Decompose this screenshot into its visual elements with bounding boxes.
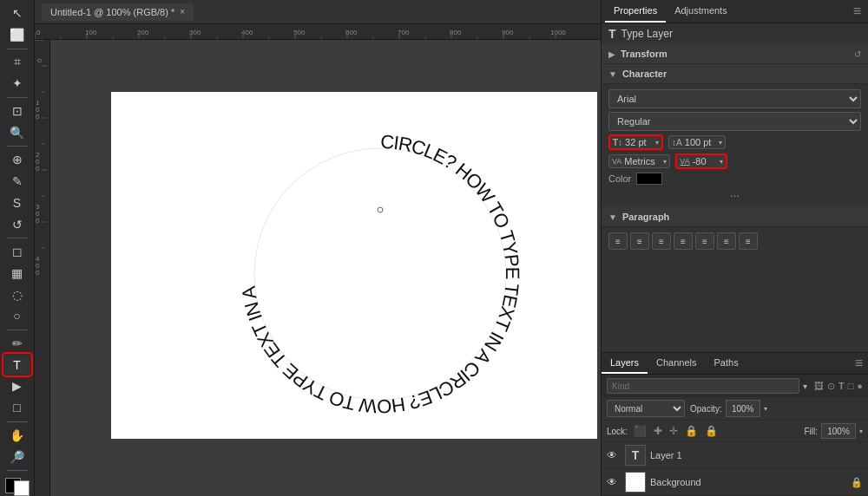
justify-left-button[interactable]: ≡ (674, 232, 693, 250)
tool-separator-7 (7, 470, 28, 471)
layers-lock-row: Lock: ⬛ ✚ ✛ 🔒 🔒 Fill: ▾ (602, 421, 868, 442)
document-tab-label: Untitled-1 @ 100% (RGB/8) * (50, 7, 174, 17)
lock-image-pixels-button[interactable]: ✚ (653, 424, 663, 438)
justify-right-button[interactable]: ≡ (717, 232, 736, 250)
font-style-select[interactable]: Regular (608, 112, 861, 131)
character-arrow: ▼ (608, 69, 617, 79)
canvas-wrapper: 0 1 0 0 2 0 0 3 0 0 4 0 0 (35, 40, 601, 496)
svg-text:0: 0 (36, 217, 40, 225)
color-swatch[interactable] (636, 173, 662, 185)
hand-tool[interactable]: ✋ (4, 425, 30, 445)
layers-panel: Layers Channels Paths ≡ ▾ 🖼 ⊙ T □ ● Norm… (602, 352, 868, 496)
filter-type-icon[interactable]: T (838, 381, 845, 392)
background-visibility-toggle[interactable]: 👁 (607, 476, 621, 488)
history-brush-tool[interactable]: ↺ (4, 214, 30, 234)
tracking-group: VA Metrics ▾ (608, 154, 670, 168)
transform-title: Transform (621, 49, 854, 59)
tracking-dropdown-arrow[interactable]: ▾ (663, 158, 667, 166)
type-tool[interactable]: T (4, 355, 30, 375)
blend-mode-select[interactable]: Normal (607, 400, 685, 417)
leading-dropdown-arrow[interactable]: ▾ (719, 139, 722, 147)
svg-rect-0 (35, 24, 601, 40)
crop-tool[interactable]: ⊡ (4, 101, 30, 121)
svg-text:0: 0 (36, 113, 40, 121)
character-section-header[interactable]: ▼ Character (602, 64, 868, 84)
zoom-tool[interactable]: 🔎 (4, 447, 30, 467)
adjustments-tab[interactable]: Adjustments (666, 0, 736, 23)
layer1-thumbnail: T (625, 445, 646, 466)
justify-center-button[interactable]: ≡ (695, 232, 714, 250)
artboard-tool[interactable]: ⬜ (4, 25, 30, 45)
eyedropper-tool[interactable]: 🔍 (4, 122, 30, 142)
lock-position-button[interactable]: ✛ (668, 424, 679, 438)
close-tab-button[interactable]: × (180, 7, 185, 16)
document-tab[interactable]: Untitled-1 @ 100% (RGB/8) * × (42, 3, 194, 21)
pen-tool[interactable]: ✏ (4, 334, 30, 354)
healing-tool[interactable]: ⊕ (4, 150, 30, 170)
paragraph-section-header[interactable]: ▼ Paragraph (602, 207, 868, 227)
svg-text:300: 300 (189, 29, 201, 36)
opacity-input[interactable] (726, 400, 760, 417)
opacity-dropdown-arrow[interactable]: ▾ (764, 405, 767, 413)
lock-artboards-button[interactable]: 🔒 (684, 424, 699, 438)
blur-tool[interactable]: ◌ (4, 284, 30, 304)
move-tool[interactable]: ↖ (4, 3, 30, 23)
brush-tool[interactable]: ✎ (4, 172, 30, 192)
layers-panel-menu-button[interactable]: ≡ (850, 354, 868, 373)
justify-all-button[interactable]: ≡ (739, 232, 758, 250)
align-left-button[interactable]: ≡ (608, 232, 628, 250)
lock-transparent-pixels-button[interactable]: ⬛ (633, 424, 648, 438)
align-right-button[interactable]: ≡ (652, 232, 671, 250)
foreground-background-colors[interactable] (5, 478, 30, 496)
tool-separator-3 (7, 146, 28, 147)
fill-input[interactable] (821, 423, 856, 439)
layer-item-layer1[interactable]: 👁 T Layer 1 (602, 442, 868, 469)
rectangle-tool[interactable]: □ (4, 398, 30, 418)
layers-search-row: ▾ 🖼 ⊙ T □ ● (602, 375, 868, 397)
filter-shape-icon[interactable]: □ (848, 381, 854, 392)
lock-all-button[interactable]: 🔒 (704, 424, 719, 438)
panel-collapse-button[interactable]: ≡ (850, 0, 865, 23)
lasso-tool[interactable]: ⌗ (4, 52, 30, 72)
more-options[interactable]: ··· (608, 188, 861, 202)
background-color[interactable] (14, 480, 30, 496)
kerning-dropdown-arrow[interactable]: ▾ (720, 158, 723, 166)
clone-stamp-tool[interactable]: S (4, 193, 30, 212)
filter-adjust-icon[interactable]: ⊙ (827, 381, 835, 392)
layer1-visibility-toggle[interactable]: 👁 (607, 449, 621, 461)
svg-text:900: 900 (502, 29, 514, 36)
magic-wand-tool[interactable]: ✦ (4, 74, 30, 94)
path-selection-tool[interactable]: ▶ (4, 376, 30, 396)
svg-text:100: 100 (85, 29, 97, 36)
transform-reset-button[interactable]: ↺ (854, 49, 861, 59)
eraser-tool[interactable]: ◻ (4, 242, 30, 262)
type-layer-header: T Type Layer (602, 23, 868, 44)
leading-group: ↕A 100 pt ▾ (668, 135, 726, 149)
layers-kind-input[interactable] (607, 378, 799, 394)
tool-separator-6 (7, 421, 28, 422)
dodge-tool[interactable]: ○ (4, 306, 30, 326)
svg-text:1000: 1000 (550, 29, 566, 36)
vertical-ruler: 0 1 0 0 2 0 0 3 0 0 4 0 0 (35, 40, 50, 496)
font-size-icon: T↕ (613, 138, 622, 147)
paths-tab[interactable]: Paths (706, 353, 747, 374)
fill-dropdown-arrow[interactable]: ▾ (859, 427, 863, 435)
align-center-button[interactable]: ≡ (630, 232, 649, 250)
paragraph-arrow: ▼ (608, 212, 617, 222)
channels-tab[interactable]: Channels (648, 353, 705, 374)
transform-section-header[interactable]: ▶ Transform ↺ (602, 44, 868, 64)
properties-tab[interactable]: Properties (605, 0, 666, 23)
svg-text:0: 0 (36, 165, 40, 173)
character-section-body: Arial Regular T↕ 32 pt ▾ ↕A (602, 84, 868, 207)
layer-item-background[interactable]: 👁 Background 🔒 (602, 469, 868, 496)
filter-image-icon[interactable]: 🖼 (814, 381, 824, 392)
kind-dropdown[interactable]: ▾ (803, 382, 807, 391)
layers-tab[interactable]: Layers (602, 353, 648, 374)
gradient-tool[interactable]: ▦ (4, 263, 30, 283)
filter-smart-icon[interactable]: ● (857, 381, 863, 392)
layers-tabs: Layers Channels Paths ≡ (602, 353, 868, 375)
font-family-select[interactable]: Arial (608, 89, 861, 108)
background-thumbnail (625, 472, 646, 493)
font-size-leading-row: T↕ 32 pt ▾ ↕A 100 pt ▾ (608, 134, 861, 150)
font-size-dropdown-arrow[interactable]: ▾ (655, 139, 659, 147)
